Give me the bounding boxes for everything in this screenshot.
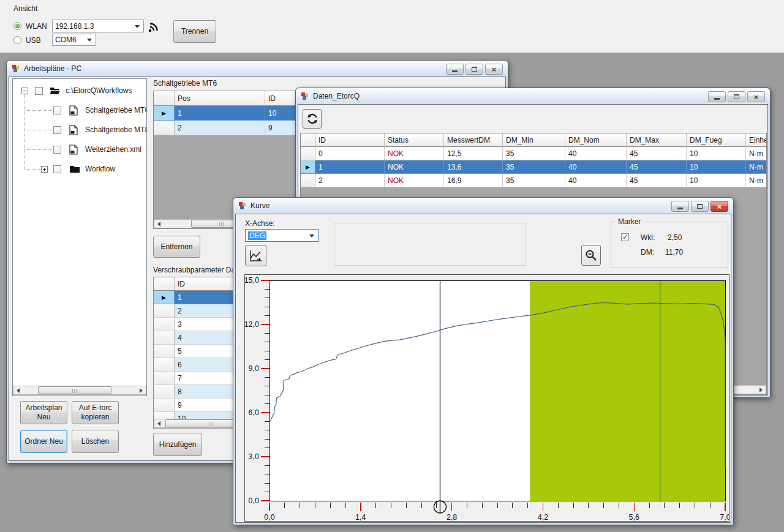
- tree-node-checkbox[interactable]: [35, 87, 43, 95]
- grid-cell[interactable]: 10: [687, 147, 746, 160]
- grid-cell[interactable]: NOK: [385, 160, 444, 174]
- grid-row-header[interactable]: ▶: [154, 106, 175, 121]
- grid-row-header[interactable]: [154, 372, 175, 385]
- grid-cell[interactable]: 1: [175, 106, 265, 121]
- hinzufuegen-button[interactable]: Hinzufügen: [153, 433, 202, 456]
- marker-checkbox[interactable]: [621, 233, 629, 241]
- tree-node-checkbox[interactable]: [53, 165, 61, 173]
- tree-node-checkbox[interactable]: [53, 146, 61, 154]
- grid-cell[interactable]: 45: [627, 174, 687, 187]
- grid-cell[interactable]: 45: [627, 160, 687, 174]
- grid-row-header[interactable]: [154, 345, 175, 358]
- scroll-right-button[interactable]: [137, 386, 146, 394]
- grid-cell[interactable]: 16,9: [444, 174, 503, 187]
- curve-plot[interactable]: 0,03,06,09,012,015,00,01,42,84,25,67,0: [245, 275, 729, 521]
- minimize-button[interactable]: [671, 201, 689, 212]
- tree-item[interactable]: c:\EtorcQ\Workflows: [13, 84, 146, 97]
- close-button[interactable]: ×: [747, 91, 765, 102]
- menu-ansicht[interactable]: Ansicht: [11, 3, 40, 14]
- grid-row-header[interactable]: [154, 331, 175, 345]
- grid-cell[interactable]: 12,5: [444, 147, 503, 160]
- grid-cell[interactable]: 40: [565, 174, 627, 187]
- grid-column-header[interactable]: DM_Fueg: [687, 133, 746, 147]
- arbeitsplan-neu-button[interactable]: Arbeitsplan Neu: [20, 401, 67, 424]
- ordner-neu-button[interactable]: Ordner Neu: [20, 430, 67, 453]
- close-button[interactable]: ×: [710, 201, 728, 212]
- loeschen-button[interactable]: Löschen: [72, 430, 119, 453]
- grid-row-header[interactable]: [154, 121, 175, 135]
- collapse-minus-icon[interactable]: [21, 88, 28, 94]
- maximize-button[interactable]: [728, 91, 745, 102]
- grid-row-header[interactable]: [154, 304, 175, 318]
- grid-cell[interactable]: 45: [627, 147, 687, 160]
- zoom-button[interactable]: [581, 245, 601, 266]
- grid-cell[interactable]: 0: [315, 147, 385, 160]
- scroll-left-button[interactable]: [154, 419, 164, 427]
- grid-row-header[interactable]: [301, 147, 315, 160]
- scroll-left-button[interactable]: [13, 386, 23, 394]
- grid-row-header[interactable]: ▶: [301, 160, 315, 174]
- grid-row-header[interactable]: [154, 399, 175, 412]
- minimize-button[interactable]: [446, 64, 464, 75]
- grid-cell[interactable]: 10: [687, 174, 746, 187]
- grid-row-header[interactable]: ▶: [154, 291, 175, 304]
- grid-column-header[interactable]: Status: [385, 133, 444, 147]
- wlan-radio[interactable]: [13, 22, 21, 30]
- expand-plus-icon[interactable]: [41, 166, 48, 173]
- grid-row-header[interactable]: [154, 318, 175, 331]
- minimize-button[interactable]: [708, 91, 726, 102]
- scrollbar-thumb[interactable]: [38, 386, 111, 394]
- grid-column-header[interactable]: DM_Nom: [565, 133, 627, 147]
- grid-cell[interactable]: 13,6: [444, 160, 503, 174]
- kurve-titlebar[interactable]: Kurve ×: [233, 198, 733, 214]
- usb-radio[interactable]: [13, 36, 21, 44]
- grid-column-header[interactable]: ID: [315, 133, 385, 147]
- grid-column-header[interactable]: DM_Min: [503, 133, 565, 147]
- grid-cell[interactable]: 35: [503, 147, 565, 160]
- grid-row-header[interactable]: [301, 174, 315, 187]
- grid-column-header[interactable]: Pos: [175, 91, 265, 106]
- grid-cell[interactable]: 2: [315, 174, 385, 187]
- show-curve-button[interactable]: [245, 245, 266, 266]
- entfernen-button[interactable]: Entfernen: [153, 236, 200, 258]
- grid-cell[interactable]: 10: [687, 160, 746, 174]
- maximize-button[interactable]: [691, 201, 709, 212]
- xml-file-icon: [69, 144, 80, 154]
- torque-curve-chart[interactable]: 0,03,06,09,012,015,00,01,42,84,25,67,0: [244, 274, 729, 522]
- refresh-button[interactable]: [303, 109, 322, 129]
- grid-column-header[interactable]: ID: [265, 91, 296, 106]
- grid-cell[interactable]: 40: [565, 160, 627, 174]
- workflow-tree[interactable]: c:\EtorcQ\WorkflowsSchaltgetriebe MT6Sch…: [12, 78, 147, 396]
- tree-node-checkbox[interactable]: [53, 126, 61, 134]
- auf-etorc-kopieren-button[interactable]: Auf E-torc kopieren: [72, 401, 119, 424]
- grid-cell[interactable]: N·m: [746, 174, 767, 187]
- tree-horizontal-scrollbar[interactable]: [13, 386, 146, 395]
- grid-cell[interactable]: 40: [565, 147, 627, 160]
- wlan-ip-combobox[interactable]: 192.168.1.3: [52, 20, 144, 32]
- trennen-button[interactable]: Trennen: [173, 20, 216, 43]
- maximize-button[interactable]: [466, 64, 483, 75]
- grid-column-header[interactable]: MesswertDM: [444, 133, 503, 147]
- grid-cell[interactable]: 9: [265, 121, 296, 135]
- scroll-right-button[interactable]: [756, 386, 766, 394]
- grid-cell[interactable]: N·m: [746, 160, 767, 174]
- grid-cell[interactable]: NOK: [385, 147, 444, 160]
- grid-cell[interactable]: 35: [503, 160, 565, 174]
- grid-cell[interactable]: NOK: [385, 174, 444, 187]
- grid-row-header[interactable]: [154, 385, 175, 399]
- close-button[interactable]: ×: [485, 64, 503, 75]
- scroll-left-button[interactable]: [154, 220, 164, 228]
- arbeitsplaene-titlebar[interactable]: Arbeitspläne - PC ×: [7, 61, 508, 77]
- grid-row-header[interactable]: [154, 358, 175, 372]
- grid-column-header[interactable]: DM_Max: [627, 133, 687, 147]
- daten-titlebar[interactable]: Daten_EtorcQ ×: [296, 88, 770, 104]
- xachse-combobox[interactable]: DEG: [245, 229, 318, 242]
- grid-column-header[interactable]: Einheit: [746, 133, 767, 147]
- grid-cell[interactable]: 10: [265, 106, 296, 121]
- grid-cell[interactable]: N·m: [746, 147, 767, 160]
- usb-port-combobox[interactable]: COM6: [52, 34, 96, 46]
- tree-node-checkbox[interactable]: [53, 107, 61, 114]
- grid-cell[interactable]: 35: [503, 174, 565, 187]
- grid-cell[interactable]: 1: [315, 160, 385, 174]
- grid-cell[interactable]: 2: [175, 121, 265, 135]
